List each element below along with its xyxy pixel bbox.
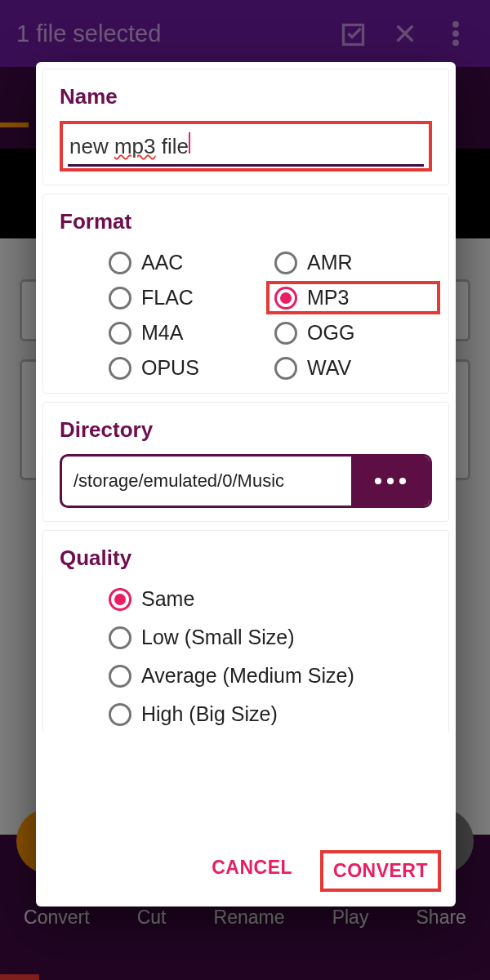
format-title: Format	[60, 209, 432, 234]
name-input[interactable]: new mp3 file	[68, 129, 424, 167]
radio-label: AAC	[141, 251, 183, 274]
convert-dialog: Name new mp3 file Format AACAMRFLACMP3M4…	[36, 62, 456, 906]
directory-browse-button[interactable]	[351, 457, 430, 506]
radio-label: WAV	[307, 356, 351, 380]
quality-title: Quality	[60, 546, 432, 571]
quality-radio-same[interactable]: Same	[109, 587, 432, 611]
radio-icon	[109, 357, 131, 380]
directory-path: /storage/emulated/0/Music	[62, 457, 351, 506]
name-section: Name new mp3 file	[42, 69, 449, 185]
radio-label: AMR	[307, 251, 353, 274]
format-section: Format AACAMRFLACMP3M4AOGGOPUSWAV	[42, 194, 449, 394]
radio-label: M4A	[141, 321, 183, 345]
radio-icon	[274, 287, 297, 310]
quality-radio-low[interactable]: Low (Small Size)	[109, 626, 432, 649]
directory-section: Directory /storage/emulated/0/Music	[42, 402, 449, 522]
cancel-button[interactable]: CANCEL	[202, 850, 302, 892]
format-radio-wav[interactable]: WAV	[274, 356, 432, 380]
radio-icon	[109, 703, 131, 726]
quality-section: Quality SameLow (Small Size)Average (Med…	[42, 530, 449, 733]
format-radio-aac[interactable]: AAC	[109, 251, 266, 274]
radio-icon	[109, 665, 131, 688]
radio-icon	[274, 322, 297, 345]
radio-label: FLAC	[141, 286, 194, 310]
name-input-highlight: new mp3 file	[60, 121, 432, 172]
name-title: Name	[60, 84, 432, 109]
radio-icon	[109, 322, 131, 345]
radio-icon	[109, 626, 131, 649]
radio-icon	[109, 588, 131, 611]
radio-label: High (Big Size)	[141, 702, 278, 726]
radio-icon	[109, 287, 131, 310]
format-radio-m4a[interactable]: M4A	[109, 321, 266, 345]
radio-label: Average (Medium Size)	[141, 664, 354, 688]
radio-icon	[274, 252, 297, 274]
quality-radio-average[interactable]: Average (Medium Size)	[109, 664, 432, 688]
radio-label: OGG	[307, 321, 354, 345]
radio-label: MP3	[307, 286, 349, 310]
directory-title: Directory	[60, 417, 432, 443]
format-radio-flac[interactable]: FLAC	[109, 286, 266, 310]
radio-icon	[109, 252, 131, 274]
quality-radio-high[interactable]: High (Big Size)	[109, 702, 432, 726]
radio-label: Same	[141, 587, 194, 611]
radio-icon	[274, 357, 297, 380]
radio-label: Low (Small Size)	[141, 626, 295, 649]
format-radio-ogg[interactable]: OGG	[274, 321, 432, 345]
dialog-actions: CANCEL CONVERT	[42, 839, 449, 906]
format-radio-amr[interactable]: AMR	[274, 251, 432, 274]
directory-field[interactable]: /storage/emulated/0/Music	[60, 454, 432, 508]
convert-button[interactable]: CONVERT	[320, 850, 441, 892]
format-radio-opus[interactable]: OPUS	[109, 356, 266, 380]
radio-label: OPUS	[141, 356, 199, 380]
format-radio-mp3[interactable]: MP3	[266, 281, 440, 314]
